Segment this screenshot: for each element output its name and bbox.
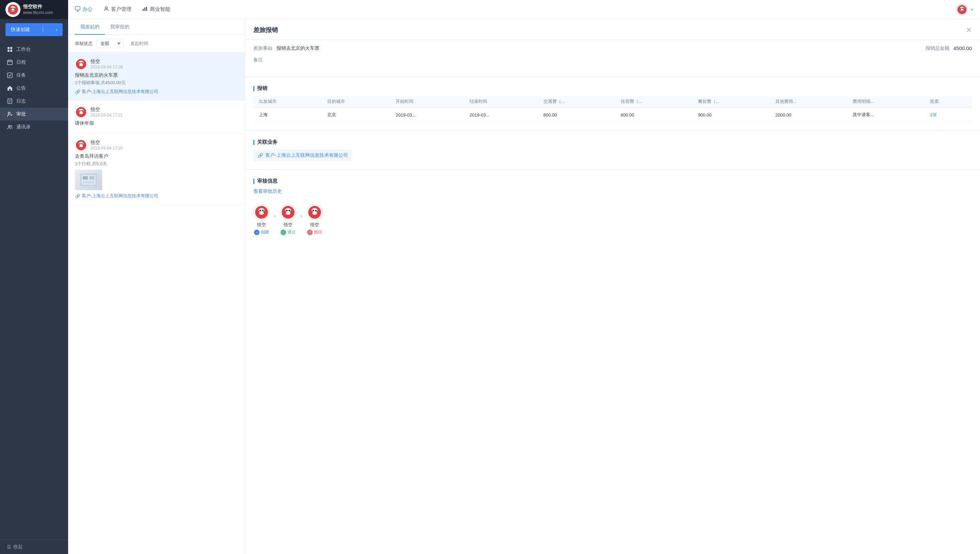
svg-point-52 xyxy=(83,144,85,147)
check-square-icon xyxy=(7,72,13,78)
status-filter-label: 审核状态 xyxy=(75,40,92,47)
svg-point-68 xyxy=(283,210,286,214)
nav-bi[interactable]: 商业智能 xyxy=(142,5,170,14)
book-icon xyxy=(7,98,13,104)
svg-point-44 xyxy=(81,110,83,112)
cell-end: 2019-03... xyxy=(464,108,538,122)
col-meal: 餐饮费（... xyxy=(693,96,770,108)
audit-name-1: 悟空 xyxy=(257,222,266,228)
item-title-1: 报销去北京的火车票 xyxy=(75,72,238,78)
cell-meal: 900.00 xyxy=(693,108,770,122)
status-filter-select[interactable]: 全部 待审核 已通过 已拒绝 已撤回 xyxy=(97,39,124,48)
svg-point-21 xyxy=(11,125,12,127)
svg-rect-10 xyxy=(8,60,12,65)
col-from: 出发城市 xyxy=(253,96,322,108)
svg-point-4 xyxy=(9,8,11,11)
users-icon xyxy=(7,124,13,130)
svg-point-62 xyxy=(257,210,260,214)
sidebar-item-contacts[interactable]: 通讯录 xyxy=(0,121,68,134)
total-label: 报销总金额 xyxy=(926,45,949,51)
calendar-icon xyxy=(7,59,13,65)
item-time-2: 2019-03-04 17:21 xyxy=(91,113,238,118)
audit-step-3: 悟空 ↺ 撤回 xyxy=(307,204,323,235)
topbar-chevron-icon[interactable]: ▾ xyxy=(971,7,973,12)
svg-point-37 xyxy=(80,62,81,63)
cell-other: 2000.00 xyxy=(770,108,847,122)
item-name-3: 悟空 xyxy=(91,140,238,146)
item-name-2: 悟空 xyxy=(91,107,238,113)
svg-point-19 xyxy=(8,112,10,114)
audit-name-3: 悟空 xyxy=(310,222,319,228)
tab-mine[interactable]: 我发起的 xyxy=(75,19,105,35)
col-lodging: 住宿费（... xyxy=(615,96,693,108)
user-avatar[interactable] xyxy=(956,3,968,16)
topbar-avatar-icon xyxy=(957,5,967,14)
svg-point-45 xyxy=(77,111,80,114)
sidebar-item-notice[interactable]: 公告 xyxy=(0,82,68,95)
reimbursement-table-wrapper: 出发城市 目的城市 开始时间 结束时间 交通费（... 住宿费（... 餐饮费（… xyxy=(245,96,980,128)
audit-status-3: ↺ 撤回 xyxy=(307,229,322,235)
cell-invoice[interactable]: 1张 xyxy=(924,108,972,122)
svg-point-69 xyxy=(290,210,293,214)
menu-icon: ☰ xyxy=(7,544,11,549)
reason-value: 报销去北京的火车票 xyxy=(277,45,320,51)
svg-point-33 xyxy=(959,8,961,11)
svg-point-3 xyxy=(13,8,14,9)
list-item-3[interactable]: 悟空 2019-03-04 17:20 去青岛拜访客户 1个行程,共5.0天 xyxy=(68,134,245,205)
sidebar-item-log[interactable]: 日志 xyxy=(0,95,68,108)
detail-header: 差旅报销 ✕ xyxy=(245,19,980,40)
audit-history-link[interactable]: 查看审批历史 xyxy=(253,188,282,195)
audit-arrow-2: › xyxy=(296,212,307,227)
reimbursement-table: 出发城市 目的城市 开始时间 结束时间 交通费（... 住宿费（... 餐饮费（… xyxy=(253,96,972,122)
item-desc-3: 1个行程,共5.0天 xyxy=(75,161,238,167)
item-avatar-2 xyxy=(75,106,87,118)
col-end: 结束时间 xyxy=(464,96,538,108)
svg-point-34 xyxy=(963,8,966,11)
sidebar-item-task[interactable]: 任务 xyxy=(0,69,68,82)
related-heading: 关联业务 xyxy=(245,134,980,145)
nav-office[interactable]: 办公 xyxy=(75,5,92,14)
item-related-1[interactable]: 🔗 客户-上海云上互联网信息技术有限公司 xyxy=(75,89,238,95)
audit-arrow-1: › xyxy=(270,212,280,227)
list-item-1[interactable]: 悟空 2019-03-04 17:28 报销去北京的火车票 1个报销事项,共45… xyxy=(68,53,245,101)
content-area: 我发起的 我审批的 审核状态 全部 待审核 已通过 已拒绝 已撤回 发起时间 xyxy=(68,19,980,554)
sidebar-collapse[interactable]: ☰ 收起 xyxy=(0,540,68,554)
nav-customer[interactable]: 客户管理 xyxy=(103,5,131,14)
home-icon xyxy=(7,85,13,91)
list-item-2[interactable]: 悟空 2019-03-04 17:21 请休年假 xyxy=(68,101,245,134)
svg-point-72 xyxy=(313,210,314,212)
item-time-3: 2019-03-04 17:20 xyxy=(91,146,238,151)
sidebar-item-schedule[interactable]: 日程 xyxy=(0,56,68,69)
related-link[interactable]: 🔗 客户-上海云上互联网信息技术有限公司 xyxy=(253,150,352,161)
audit-avatar-1 xyxy=(253,204,270,220)
svg-point-66 xyxy=(286,210,288,212)
svg-rect-14 xyxy=(8,73,12,78)
detail-fields: 差旅事由 报销去北京的火车票 报销总金额 4500.00 备注 xyxy=(245,40,980,74)
chevron-right-icon: › xyxy=(56,27,57,32)
col-detail: 费用明细... xyxy=(847,96,924,108)
svg-point-43 xyxy=(80,110,81,112)
svg-rect-55 xyxy=(83,176,88,180)
sidebar-item-workbench[interactable]: 工作台 xyxy=(0,43,68,56)
audit-flow: 悟空 ＋ 创建 › xyxy=(253,204,972,235)
close-button[interactable]: ✕ xyxy=(966,26,972,34)
svg-point-67 xyxy=(288,210,290,212)
sidebar: 悟空软件 www.5kcrm.com 快速创建 ｜ › 工作台 日程 任务 xyxy=(0,0,68,554)
grid-icon xyxy=(7,46,13,53)
audit-status-2: ✓ 通过 xyxy=(281,229,296,235)
tab-review[interactable]: 我审批的 xyxy=(105,19,135,35)
col-to: 目的城市 xyxy=(322,96,390,108)
sidebar-item-approve[interactable]: 审批 xyxy=(0,108,68,121)
col-invoice: 发票 xyxy=(924,96,972,108)
quick-create-button[interactable]: 快速创建 ｜ › xyxy=(5,23,63,36)
audit-heading: 审核信息 xyxy=(245,172,980,184)
svg-rect-9 xyxy=(10,50,12,52)
cell-from: 上海 xyxy=(253,108,322,122)
cell-transport: 800.00 xyxy=(538,108,615,122)
monitor-icon xyxy=(75,6,80,13)
item-title-2: 请休年假 xyxy=(75,120,238,126)
link-icon-1: 🔗 xyxy=(75,89,80,94)
item-related-3[interactable]: 🔗 客户-上海云上互联网信息技术有限公司 xyxy=(75,193,238,199)
app-logo-icon xyxy=(5,2,21,17)
topbar: 办公 客户管理 商业智能 xyxy=(68,0,980,19)
